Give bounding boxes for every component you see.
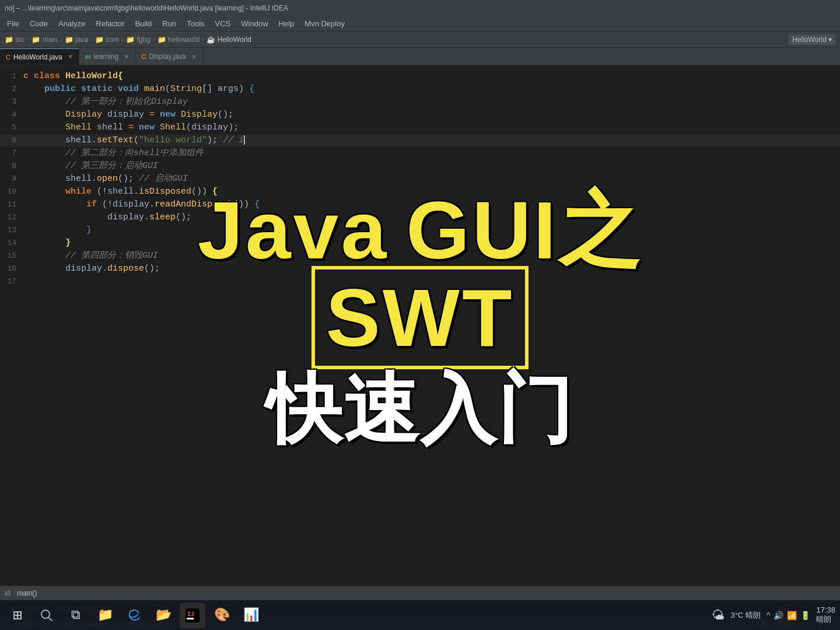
app: no] – ...\learning\src\main\java\com\fgb… xyxy=(0,0,840,630)
bc-src: 📁 src xyxy=(5,36,24,44)
code-line-9: 9 shell.open(); // 启动GUI xyxy=(0,173,840,186)
breadcrumb-right: HelloWorld ▾ xyxy=(789,34,835,45)
menu-item-mvn-deploy[interactable]: Mvn Deploy xyxy=(300,18,349,29)
taskbar-paint[interactable]: 🎨 xyxy=(209,603,235,628)
code-line-10: 10 while (!shell.isDisposed()) { xyxy=(0,186,840,198)
svg-text:IJ: IJ xyxy=(187,611,194,618)
code-line-8: 8 // 第三部分：启动GUI xyxy=(0,160,840,173)
overlay-chinese-container: 快速入门 xyxy=(266,359,574,461)
code-line-12: 12 display.sleep(); xyxy=(0,211,840,224)
bc-java: 📁 java xyxy=(65,36,88,44)
m-icon: m xyxy=(85,53,91,60)
menu-item-file[interactable]: File xyxy=(2,18,24,29)
breadcrumb: 📁 src › 📁 main › 📁 java › 📁 com › 📁 fgbg… xyxy=(0,32,840,48)
tab-learning-label: learning xyxy=(94,52,119,61)
java-icon: C xyxy=(6,54,10,61)
tab-display-label: Display.java xyxy=(149,52,186,61)
chevron-up-icon[interactable]: ^ xyxy=(766,611,771,620)
menu-item-help[interactable]: Help xyxy=(274,18,299,29)
menu-item-tools[interactable]: Tools xyxy=(182,18,209,29)
tab-display-close[interactable]: ✕ xyxy=(191,53,197,61)
code-line-16: 16 display.dispose(); xyxy=(0,262,840,275)
taskbar-edge[interactable] xyxy=(121,603,147,628)
code-line-5: 5 Shell shell = new Shell(display); xyxy=(0,121,840,134)
tab-helloworld-close[interactable]: ✕ xyxy=(68,53,73,61)
network-icon[interactable]: 📶 xyxy=(787,611,797,620)
overlay-chinese: 快速入门 xyxy=(266,366,574,452)
weather-text: 3°C 晴朗 xyxy=(730,610,760,621)
battery-icon[interactable]: 🔋 xyxy=(800,611,810,620)
code-line-13: 13 } xyxy=(0,224,840,237)
tab-helloworld-label: HelloWorld.java xyxy=(13,53,62,61)
editor-wrapper: 1 c class HelloWorld{ 2 public static vo… xyxy=(0,65,840,630)
bc-com: 📁 com xyxy=(95,36,119,44)
taskbar-search[interactable] xyxy=(34,603,60,628)
bc-fgbg: 📁 fgbg xyxy=(126,36,150,44)
bbr-ld: ld xyxy=(5,589,10,597)
menu-item-run[interactable]: Run xyxy=(158,18,181,29)
svg-line-1 xyxy=(48,617,52,621)
clock-display: 17:38晴朗 xyxy=(816,606,835,625)
bottom-breadcrumb: ld › main() xyxy=(0,586,840,600)
tab-learning[interactable]: m learning ✕ xyxy=(79,48,135,65)
menu-item-refactor[interactable]: Refactor xyxy=(91,18,129,29)
menu-bar: FileCodeAnalyzeRefactorBuildRunToolsVCSW… xyxy=(0,16,840,32)
taskbar-file-explorer[interactable]: 📁 xyxy=(92,603,118,628)
breadcrumb-run-config[interactable]: HelloWorld ▾ xyxy=(789,34,835,45)
bc-main: 📁 main xyxy=(32,36,57,44)
taskbar: ⊞ ⧉ 📁 📂 IJ 🎨 📊 🌤 3°C 晴朗 ^ 🔊 📶 🔋 17:3 xyxy=(0,600,840,630)
sys-icons: ^ 🔊 📶 🔋 xyxy=(766,611,811,620)
taskbar-app6[interactable]: 📊 xyxy=(238,603,264,628)
code-line-7: 7 // 第二部分：向shell中添加组件 xyxy=(0,147,840,160)
volume-icon[interactable]: 🔊 xyxy=(774,611,783,620)
menu-item-code[interactable]: Code xyxy=(25,18,52,29)
title-text: no] – ...\learning\src\main\java\com\fgb… xyxy=(5,4,288,12)
menu-item-analyze[interactable]: Analyze xyxy=(54,18,90,29)
overlay-swt-container: SWT xyxy=(312,277,528,359)
menu-item-build[interactable]: Build xyxy=(130,18,156,29)
code-line-4: 4 Display display = new Display(); xyxy=(0,108,840,121)
code-line-15: 15 // 第四部分：销毁GUI xyxy=(0,250,840,262)
code-line-2: 2 public static void main(String[] args)… xyxy=(0,83,840,96)
menu-item-window[interactable]: Window xyxy=(236,18,272,29)
bc-helloworld-pkg: 📁 helloworld xyxy=(158,36,200,44)
weather-icon: 🌤 xyxy=(712,608,724,623)
tab-learning-close[interactable]: ✕ xyxy=(124,53,129,61)
tabs-bar: C HelloWorld.java ✕ m learning ✕ C Displ… xyxy=(0,48,840,65)
java-icon-2: C xyxy=(141,53,146,60)
code-line-14: 14 } xyxy=(0,237,840,250)
run-config-label: HelloWorld ▾ xyxy=(792,36,832,44)
code-line-1: 1 c class HelloWorld{ xyxy=(0,70,840,83)
code-line-17: 17 xyxy=(0,275,840,288)
code-area[interactable]: 1 c class HelloWorld{ 2 public static vo… xyxy=(0,65,840,586)
code-line-6: 6 shell.setText("hello world"); // i xyxy=(0,134,840,147)
code-line-3: 3 // 第一部分：初始化Display xyxy=(0,96,840,108)
bbr-main: main() xyxy=(17,589,37,597)
taskbar-explorer2[interactable]: 📂 xyxy=(150,603,176,628)
bc-helloworld-class: ☕ HelloWorld xyxy=(206,36,251,44)
taskbar-start[interactable]: ⊞ xyxy=(5,603,30,628)
title-bar: no] – ...\learning\src\main\java\com\fgb… xyxy=(0,0,840,16)
taskbar-task-view[interactable]: ⧉ xyxy=(63,603,89,628)
code-line-11: 11 if (!display.readAndDispatch()) { xyxy=(0,198,840,211)
tab-display[interactable]: C Display.java ✕ xyxy=(135,48,203,65)
taskbar-intellij[interactable]: IJ xyxy=(180,603,205,628)
taskbar-right: 🌤 3°C 晴朗 ^ 🔊 📶 🔋 17:38晴朗 xyxy=(712,606,835,625)
svg-rect-3 xyxy=(187,618,194,620)
tab-helloworld[interactable]: C HelloWorld.java ✕ xyxy=(0,48,79,65)
menu-item-vcs[interactable]: VCS xyxy=(211,18,236,29)
